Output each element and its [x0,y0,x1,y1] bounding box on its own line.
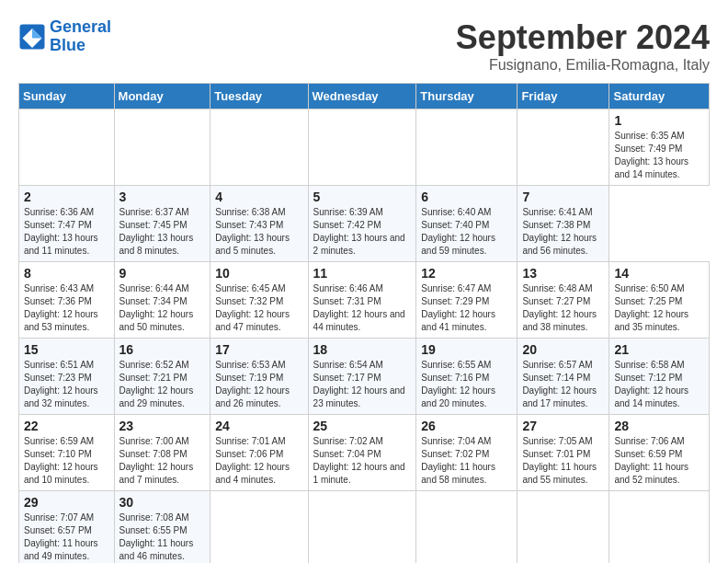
calendar-cell: 12Sunrise: 6:47 AMSunset: 7:29 PMDayligh… [416,262,518,339]
calendar-cell [210,491,308,564]
day-header-wednesday: Wednesday [308,84,416,109]
day-info: Sunrise: 6:59 AMSunset: 7:10 PMDaylight:… [24,435,109,487]
day-info: Sunrise: 7:02 AMSunset: 7:04 PMDaylight:… [313,435,412,487]
day-number: 9 [119,266,206,281]
day-info: Sunrise: 6:47 AMSunset: 7:29 PMDaylight:… [421,282,512,334]
day-info: Sunrise: 6:41 AMSunset: 7:38 PMDaylight:… [522,206,604,258]
calendar-cell: 17Sunrise: 6:53 AMSunset: 7:19 PMDayligh… [210,339,308,415]
day-info: Sunrise: 7:01 AMSunset: 7:06 PMDaylight:… [215,435,302,487]
week-row-3: 8Sunrise: 6:43 AMSunset: 7:36 PMDaylight… [19,262,710,339]
day-number: 20 [522,342,604,357]
calendar-cell: 13Sunrise: 6:48 AMSunset: 7:27 PMDayligh… [518,262,609,339]
day-number: 17 [215,342,302,357]
day-info: Sunrise: 7:08 AMSunset: 6:55 PMDaylight:… [119,511,206,563]
calendar-cell: 8Sunrise: 6:43 AMSunset: 7:36 PMDaylight… [19,262,115,339]
calendar-cell: 4Sunrise: 6:38 AMSunset: 7:43 PMDaylight… [210,186,308,262]
day-info: Sunrise: 6:36 AMSunset: 7:47 PMDaylight:… [24,206,109,258]
calendar-cell: 26Sunrise: 7:04 AMSunset: 7:02 PMDayligh… [416,415,518,491]
calendar-cell: 10Sunrise: 6:45 AMSunset: 7:32 PMDayligh… [210,262,308,339]
day-number: 24 [215,419,302,433]
day-number: 2 [24,190,109,204]
day-info: Sunrise: 6:43 AMSunset: 7:36 PMDaylight:… [24,282,109,334]
day-info: Sunrise: 7:06 AMSunset: 6:59 PMDaylight:… [614,435,704,487]
day-info: Sunrise: 6:39 AMSunset: 7:42 PMDaylight:… [313,206,412,258]
calendar-cell: 5Sunrise: 6:39 AMSunset: 7:42 PMDaylight… [308,186,416,262]
day-info: Sunrise: 6:57 AMSunset: 7:14 PMDaylight:… [522,359,604,410]
calendar-table: SundayMondayTuesdayWednesdayThursdayFrid… [18,83,710,563]
day-number: 21 [614,342,704,357]
day-number: 19 [421,342,512,357]
day-number: 14 [614,266,704,281]
week-row-2: 2Sunrise: 6:36 AMSunset: 7:47 PMDaylight… [19,186,710,262]
day-header-sunday: Sunday [19,84,115,109]
logo-icon [18,23,46,51]
day-number: 13 [522,266,604,281]
location-title: Fusignano, Emilia-Romagna, Italy [456,57,710,74]
day-header-thursday: Thursday [416,84,518,109]
day-number: 7 [522,190,604,204]
day-header-monday: Monday [114,84,210,109]
calendar-cell: 7Sunrise: 6:41 AMSunset: 7:38 PMDaylight… [518,186,609,262]
calendar-cell: 15Sunrise: 6:51 AMSunset: 7:23 PMDayligh… [19,339,115,415]
week-row-5: 22Sunrise: 6:59 AMSunset: 7:10 PMDayligh… [19,415,710,491]
calendar-cell: 22Sunrise: 6:59 AMSunset: 7:10 PMDayligh… [19,415,115,491]
calendar-cell: 27Sunrise: 7:05 AMSunset: 7:01 PMDayligh… [518,415,609,491]
calendar-cell: 3Sunrise: 6:37 AMSunset: 7:45 PMDaylight… [114,186,210,262]
calendar-cell: 21Sunrise: 6:58 AMSunset: 7:12 PMDayligh… [609,339,710,415]
day-info: Sunrise: 6:35 AMSunset: 7:49 PMDaylight:… [614,130,704,181]
week-row-1: 1Sunrise: 6:35 AMSunset: 7:49 PMDaylight… [19,109,710,186]
day-info: Sunrise: 6:46 AMSunset: 7:31 PMDaylight:… [313,282,412,334]
calendar-cell [518,491,609,564]
calendar-cell: 29Sunrise: 7:07 AMSunset: 6:57 PMDayligh… [19,491,115,564]
logo: General Blue [18,18,111,55]
day-info: Sunrise: 6:40 AMSunset: 7:40 PMDaylight:… [421,206,512,258]
day-info: Sunrise: 6:50 AMSunset: 7:25 PMDaylight:… [614,282,704,334]
day-info: Sunrise: 6:45 AMSunset: 7:32 PMDaylight:… [215,282,302,334]
day-number: 1 [614,113,704,128]
day-number: 4 [215,190,302,204]
day-info: Sunrise: 6:48 AMSunset: 7:27 PMDaylight:… [522,282,604,334]
day-info: Sunrise: 6:37 AMSunset: 7:45 PMDaylight:… [119,206,206,258]
day-number: 26 [421,419,512,433]
day-number: 3 [119,190,206,204]
calendar-cell: 19Sunrise: 6:55 AMSunset: 7:16 PMDayligh… [416,339,518,415]
calendar-cell: 28Sunrise: 7:06 AMSunset: 6:59 PMDayligh… [609,415,710,491]
day-info: Sunrise: 6:44 AMSunset: 7:34 PMDaylight:… [119,282,206,334]
day-number: 25 [313,419,412,433]
day-number: 28 [614,419,704,433]
day-header-tuesday: Tuesday [210,84,308,109]
day-info: Sunrise: 6:58 AMSunset: 7:12 PMDaylight:… [614,359,704,410]
empty-cell [518,109,609,186]
day-number: 23 [119,419,206,433]
day-info: Sunrise: 7:04 AMSunset: 7:02 PMDaylight:… [421,435,512,487]
calendar-cell: 6Sunrise: 6:40 AMSunset: 7:40 PMDaylight… [416,186,518,262]
day-number: 16 [119,342,206,357]
day-number: 11 [313,266,412,281]
title-block: September 2024 Fusignano, Emilia-Romagna… [456,18,710,74]
day-number: 8 [24,266,109,281]
empty-cell [416,109,518,186]
month-title: September 2024 [456,18,710,57]
calendar-cell: 18Sunrise: 6:54 AMSunset: 7:17 PMDayligh… [308,339,416,415]
calendar-cell [609,491,710,564]
calendar-cell: 16Sunrise: 6:52 AMSunset: 7:21 PMDayligh… [114,339,210,415]
logo-line1: General [50,17,111,36]
calendar-cell: 14Sunrise: 6:50 AMSunset: 7:25 PMDayligh… [609,262,710,339]
empty-cell [114,109,210,186]
week-row-4: 15Sunrise: 6:51 AMSunset: 7:23 PMDayligh… [19,339,710,415]
calendar-cell: 25Sunrise: 7:02 AMSunset: 7:04 PMDayligh… [308,415,416,491]
day-number: 22 [24,419,109,433]
day-number: 29 [24,495,109,510]
page-header: General Blue September 2024 Fusignano, E… [18,18,710,74]
day-number: 12 [421,266,512,281]
calendar-cell: 9Sunrise: 6:44 AMSunset: 7:34 PMDaylight… [114,262,210,339]
calendar-cell: 30Sunrise: 7:08 AMSunset: 6:55 PMDayligh… [114,491,210,564]
day-number: 5 [313,190,412,204]
day-number: 27 [522,419,604,433]
day-info: Sunrise: 6:55 AMSunset: 7:16 PMDaylight:… [421,359,512,410]
calendar-cell [416,491,518,564]
day-info: Sunrise: 6:54 AMSunset: 7:17 PMDaylight:… [313,359,412,410]
logo-text: General Blue [50,18,111,55]
day-info: Sunrise: 7:07 AMSunset: 6:57 PMDaylight:… [24,511,109,563]
day-info: Sunrise: 6:51 AMSunset: 7:23 PMDaylight:… [24,359,109,410]
